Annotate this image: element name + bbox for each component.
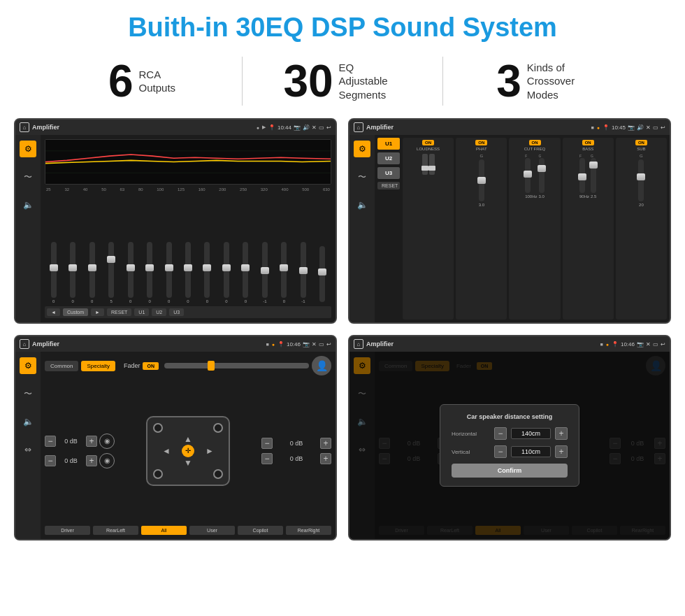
sub-on[interactable]: ON [635, 140, 647, 145]
bass-on[interactable]: ON [582, 140, 594, 145]
fader-center: ✛ ▲ ▼ ◄ ► [119, 378, 257, 523]
side-icons-1: ⚙ 〜 🔈 [15, 135, 41, 322]
amp-controls: ON LOUDNESS ON [403, 138, 667, 320]
car-center: ✛ [182, 445, 194, 457]
stat-eq: 30 EQ Adjustable Segments [243, 59, 442, 103]
dialog-vertical-row: Vertical − 110cm + [452, 445, 568, 458]
screens-grid: ⌂ Amplifier ● ▶ 📍 10:44 📷 🔊 ✕ ▭ ↩ ⚙ 〜 🔈 [0, 118, 685, 552]
home-icon-2[interactable]: ⌂ [354, 122, 363, 132]
preset-u3[interactable]: U3 [377, 167, 400, 179]
u3-button[interactable]: U3 [169, 308, 184, 316]
eq-slider-13: 0 [275, 242, 293, 303]
fader-main: Common Specialty Fader ON 👤 [41, 352, 336, 539]
fader-label: Fader [124, 362, 140, 369]
eq-controls: ◄ Custom ► RESET U1 U2 U3 [45, 306, 331, 318]
fader-content: − 0 dB + ◉ − 0 dB + ◉ [45, 378, 331, 523]
eq-slider-4: 5 [102, 242, 120, 303]
db-plus-4[interactable]: + [320, 453, 331, 464]
preset-u2[interactable]: U2 [377, 152, 400, 164]
screen3-body: ⚙ 〜 🔈 ⇔ Common Specialty Fader ON [15, 352, 336, 539]
stat-text-crossover: Kinds of Crossover Modes [527, 61, 590, 102]
dialog-horizontal-row: Horizontal − 140cm + [452, 427, 568, 440]
horizontal-minus[interactable]: − [494, 427, 507, 440]
db-minus-1[interactable]: − [45, 436, 56, 447]
preset-u1[interactable]: U1 [377, 138, 400, 150]
eq-slider-14: -1 [294, 242, 312, 303]
btn-driver[interactable]: Driver [45, 526, 90, 535]
db-minus-4[interactable]: − [261, 453, 273, 464]
vertical-plus[interactable]: + [555, 445, 568, 458]
loudness-on[interactable]: ON [422, 140, 434, 145]
fader-tabs: Common Specialty Fader ON 👤 [45, 356, 331, 375]
eq-slider-2: 0 [64, 242, 81, 303]
bass-label: BASS [582, 147, 593, 151]
screen3-title: Amplifier [32, 341, 264, 348]
distance-dialog: Car speaker distance setting Horizontal … [440, 404, 579, 487]
screen4-body: ⚙ 〜 🔈 ⇔ Common Specialty Fader ON 👤 − [349, 352, 670, 539]
speaker-icon-2[interactable]: 🔈 [354, 196, 370, 213]
db-value-1: 0 dB [58, 438, 84, 445]
btn-rearright[interactable]: RearRight [286, 526, 331, 535]
home-icon[interactable]: ⌂ [20, 122, 29, 132]
confirm-button[interactable]: Confirm [452, 464, 568, 478]
eq-icon[interactable]: ⚙ [20, 141, 36, 157]
speaker-icon-3[interactable]: 🔈 [20, 413, 36, 430]
arrows-icon-3[interactable]: ⇔ [20, 441, 36, 458]
stat-crossover: 3 Kinds of Crossover Modes [443, 59, 643, 103]
horizontal-plus[interactable]: + [555, 427, 568, 440]
db-minus-2[interactable]: − [45, 455, 56, 466]
tab-common[interactable]: Common [45, 361, 78, 371]
amp-main: U1 U2 U3 RESET ON LOUDNESS [375, 135, 670, 322]
screen2-body: ⚙ 〜 🔈 U1 U2 U3 RESET ON LOUDNESS [349, 135, 670, 322]
db-plus-2[interactable]: + [86, 455, 97, 466]
screen4-title: Amplifier [366, 341, 598, 348]
speaker-icon[interactable]: 🔈 [20, 196, 36, 213]
btn-all[interactable]: All [141, 526, 187, 535]
btn-rearleft[interactable]: RearLeft [93, 526, 138, 535]
eq-icon-3[interactable]: ⚙ [20, 357, 36, 374]
vertical-minus[interactable]: − [494, 445, 507, 458]
bass-control: ON BASS F 90Hz G [563, 138, 614, 320]
db-plus-3[interactable]: + [320, 438, 331, 449]
screen1-body: ⚙ 〜 🔈 [15, 135, 336, 322]
dialog-title: Car speaker distance setting [452, 413, 568, 420]
status-bar-3: ⌂ Amplifier ■ ● 📍 10:46 📷 ✕ ▭ ↩ [15, 336, 336, 352]
phat-control: ON PHAT G 3.0 [456, 138, 507, 320]
wave-icon-3[interactable]: 〜 [20, 385, 36, 402]
reset-button[interactable]: RESET [107, 308, 131, 316]
btn-user[interactable]: User [189, 526, 235, 535]
prev-button[interactable]: ◄ [47, 308, 60, 316]
cutfreq-on[interactable]: ON [529, 140, 541, 145]
home-icon-4[interactable]: ⌂ [354, 339, 363, 349]
dialog-overlay: Car speaker distance setting Horizontal … [349, 352, 670, 539]
eq-slider-10: 0 [217, 242, 235, 303]
fader-avatar: 👤 [312, 356, 331, 375]
cutfreq-label: CUT FREQ [524, 147, 546, 151]
cutfreq-control: ON CUT FREQ F 100Hz G [509, 138, 560, 320]
side-icons-3: ⚙ 〜 🔈 ⇔ [15, 352, 41, 539]
stat-number-rca: 6 [108, 59, 134, 103]
status-icons-2: 📍 10:45 📷 🔊 ✕ ▭ ↩ [603, 124, 665, 131]
custom-button[interactable]: Custom [63, 308, 88, 316]
phat-on[interactable]: ON [475, 140, 487, 145]
wave-icon[interactable]: 〜 [20, 169, 36, 185]
amp-presets: U1 U2 U3 RESET [377, 138, 400, 320]
eq-slider-3: 0 [83, 242, 101, 303]
db-plus-1[interactable]: + [86, 436, 97, 447]
play-button[interactable]: ► [91, 308, 104, 316]
db-minus-3[interactable]: − [261, 438, 273, 449]
eq-icon-2[interactable]: ⚙ [354, 141, 370, 157]
status-bar-1: ⌂ Amplifier ● ▶ 📍 10:44 📷 🔊 ✕ ▭ ↩ [15, 120, 336, 135]
u1-button[interactable]: U1 [134, 308, 149, 316]
btn-copilot[interactable]: Copilot [238, 526, 283, 535]
vertical-value: 110cm [511, 446, 551, 457]
tab-specialty[interactable]: Specialty [81, 361, 115, 371]
amp-reset[interactable]: RESET [377, 182, 400, 189]
loudness-control: ON LOUDNESS [403, 138, 454, 320]
wave-icon-2[interactable]: 〜 [354, 169, 370, 185]
home-icon-3[interactable]: ⌂ [20, 339, 29, 349]
screen1-title: Amplifier [32, 124, 254, 131]
db-value-3: 0 dB [275, 440, 318, 447]
u2-button[interactable]: U2 [152, 308, 166, 316]
db-value-2: 0 dB [58, 457, 84, 464]
